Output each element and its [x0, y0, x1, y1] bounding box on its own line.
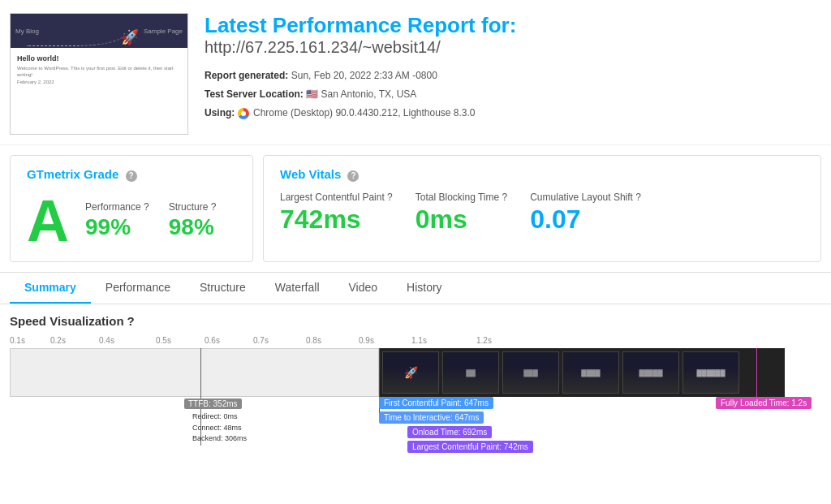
tick-5: 0.7s: [253, 336, 306, 345]
tbt-vital: Total Blocking Time ? 0ms: [416, 192, 507, 235]
generated-value: Sun, Feb 20, 2022 2:33 AM -0800: [291, 70, 437, 81]
tick-6: 0.8s: [306, 336, 359, 345]
website-screenshot: My Blog Sample Page 🚀 Hello world! Welco…: [10, 13, 188, 135]
speed-viz-title: Speed Visualization ?: [10, 314, 821, 328]
tick-9: 1.2s: [476, 336, 525, 345]
ttfb-connect: Connect: 48ms: [192, 423, 247, 434]
tab-video[interactable]: Video: [334, 273, 393, 304]
lcp-help-icon[interactable]: ?: [387, 192, 393, 203]
lcp-label: Largest Contentful Paint: [280, 192, 385, 203]
tick-7: 0.9s: [359, 336, 411, 345]
vitals-help-icon[interactable]: ?: [347, 170, 359, 182]
metrics-section: GTmetrix Grade ? A Performance ? 99% Str…: [0, 145, 831, 272]
tick-8: 1.1s: [411, 336, 476, 345]
grade-help-icon[interactable]: ?: [126, 170, 137, 182]
timeline-ruler: 0.1s 0.2s 0.4s 0.5s 0.6s 0.7s 0.8s 0.9s …: [10, 336, 821, 345]
cls-vital: Cumulative Layout Shift ? 0.07: [530, 192, 641, 235]
tti-badge: Time to Interactive: 647ms: [379, 411, 484, 424]
ttfb-backend: Backend: 306ms: [192, 433, 247, 445]
report-url: http://67.225.161.234/~websit14/: [205, 38, 821, 57]
flag-icon: 🇺🇸: [306, 88, 318, 100]
structure-label: Structure: [169, 201, 209, 213]
film-frame-3: ▓▓▓: [502, 351, 559, 394]
tick-3: 0.5s: [156, 336, 205, 345]
tbt-label: Total Blocking Time: [416, 192, 499, 203]
tick-1: 0.2s: [50, 336, 99, 345]
empty-frames-bg: [10, 348, 379, 397]
speed-visualization: 0.1s 0.2s 0.4s 0.5s 0.6s 0.7s 0.8s 0.9s …: [10, 336, 821, 504]
server-value: San Antonio, TX, USA: [321, 88, 417, 100]
tick-4: 0.6s: [205, 336, 253, 345]
perf-help-icon[interactable]: ?: [144, 201, 149, 213]
structure-value: 98%: [169, 214, 217, 240]
structure-metric: Structure ? 98%: [169, 201, 217, 240]
tbt-help-icon[interactable]: ?: [502, 192, 508, 203]
ttfb-badge: TTFB: 352ms: [184, 398, 242, 409]
grade-title: GTmetrix Grade ?: [27, 167, 236, 182]
tab-performance[interactable]: Performance: [91, 273, 185, 304]
cls-help-icon[interactable]: ?: [635, 192, 641, 203]
lcp-value: 742ms: [280, 205, 393, 235]
struct-help-icon[interactable]: ?: [211, 201, 217, 213]
tab-summary[interactable]: Summary: [10, 273, 91, 304]
tab-structure[interactable]: Structure: [185, 273, 260, 304]
cls-label: Cumulative Layout Shift: [530, 192, 633, 203]
filmstrip-loaded: 🚀 ▓▓ ▓▓▓ ▓▓▓▓ ▓▓▓▓▓ ▓▓▓▓▓▓: [379, 348, 785, 397]
lcp-badge: Largest Contentful Paint: 742ms: [407, 441, 533, 453]
filmstrip-area: 🚀 ▓▓ ▓▓▓ ▓▓▓▓ ▓▓▓▓▓ ▓▓▓▓▓▓: [10, 348, 821, 504]
film-frame-6: ▓▓▓▓▓▓: [682, 351, 739, 394]
grade-letter: A: [27, 192, 69, 250]
flt-badge: Fully Loaded Time: 1.2s: [716, 397, 812, 409]
tbt-value: 0ms: [416, 205, 507, 235]
cls-value: 0.07: [530, 205, 641, 235]
film-frame-4: ▓▓▓▓: [562, 351, 619, 394]
film-frame-1: 🚀: [382, 351, 439, 394]
generated-label: Report generated:: [205, 70, 288, 81]
tick-2: 0.4s: [99, 336, 156, 345]
server-label: Test Server Location:: [205, 88, 304, 100]
header-section: My Blog Sample Page 🚀 Hello world! Welco…: [0, 0, 831, 145]
ttfb-details: Redirect: 0ms Connect: 48ms Backend: 306…: [192, 411, 247, 445]
lcp-vital: Largest Contentful Paint ? 742ms: [280, 192, 393, 235]
report-info: Latest Performance Report for: http://67…: [205, 13, 821, 123]
vitals-box: Web Vitals ? Largest Contentful Paint ? …: [263, 155, 821, 262]
vitals-title: Web Vitals ?: [280, 167, 804, 182]
using-label: Using:: [205, 107, 235, 118]
tab-history[interactable]: History: [392, 273, 457, 304]
tab-waterfall[interactable]: Waterfall: [260, 273, 334, 304]
content-section: Speed Visualization ? 0.1s 0.2s 0.4s 0.5…: [0, 304, 831, 504]
film-frame-2: ▓▓: [442, 351, 499, 394]
grade-box: GTmetrix Grade ? A Performance ? 99% Str…: [10, 155, 253, 262]
tick-0: 0.1s: [10, 336, 50, 345]
tabs-section: Summary Performance Structure Waterfall …: [0, 272, 831, 304]
film-frame-5: ▓▓▓▓▓: [622, 351, 679, 394]
using-value: Chrome (Desktop) 90.0.4430.212, Lighthou…: [253, 107, 476, 118]
report-title-line1: Latest Performance Report for:: [205, 13, 821, 38]
performance-metric: Performance ? 99%: [85, 201, 149, 240]
ttfb-redirect: Redirect: 0ms: [192, 411, 247, 423]
chrome-icon: [238, 108, 249, 119]
report-meta: Report generated: Sun, Feb 20, 2022 2:33…: [205, 67, 821, 122]
fcp-badge: First Contentful Paint: 647ms: [379, 397, 493, 409]
speed-help-icon[interactable]: ?: [127, 314, 135, 328]
onload-badge: Onload Time: 692ms: [407, 426, 492, 438]
performance-label: Performance: [85, 201, 141, 213]
performance-value: 99%: [85, 214, 149, 240]
